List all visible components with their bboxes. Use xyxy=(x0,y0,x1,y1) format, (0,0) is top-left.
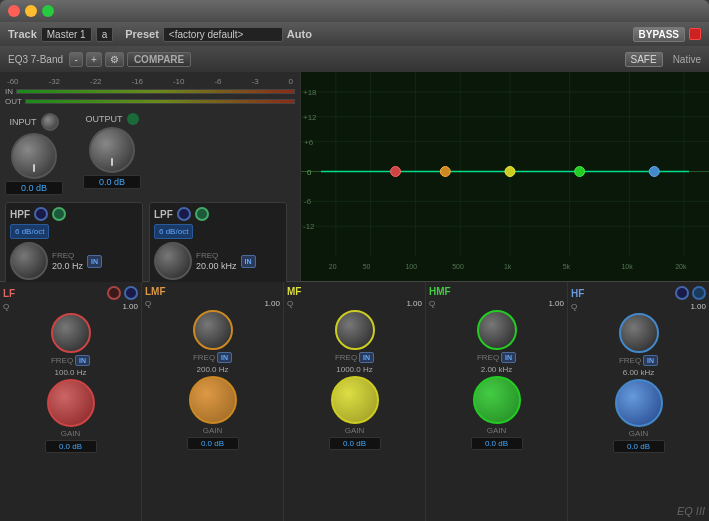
hf-in-btn[interactable]: IN xyxy=(643,355,658,366)
plugin-name: EQ3 7-Band xyxy=(8,54,63,65)
input-control: INPUT 0.0 dB xyxy=(5,113,63,195)
hpf-freq-label: FREQ xyxy=(52,251,83,260)
lmf-gain-knob[interactable] xyxy=(189,376,237,424)
mf-gain-knob[interactable] xyxy=(331,376,379,424)
meter-mark-5: -10 xyxy=(173,77,185,86)
lpf-control: LPF 6 dB/oct FREQ 20.00 kHz IN xyxy=(149,202,287,285)
hpf-in-btn[interactable]: IN xyxy=(87,255,102,268)
mf-freq-label: FREQ xyxy=(335,353,357,362)
top-toolbar: Track Master 1 a Preset <factory default… xyxy=(0,22,709,46)
lf-q-label: Q xyxy=(3,302,9,311)
output-control: OUTPUT 0.0 dB xyxy=(83,113,141,195)
main-content: -60 -32 -22 -16 -10 -6 -3 0 IN OUT xyxy=(0,72,709,521)
lf-name: LF xyxy=(3,288,15,299)
meter-mark-7: -3 xyxy=(251,77,258,86)
lmf-in-btn[interactable]: IN xyxy=(217,352,232,363)
minimize-button[interactable] xyxy=(25,5,37,17)
hf-gain-knob[interactable] xyxy=(615,379,663,427)
hf-btn2[interactable] xyxy=(692,286,706,300)
svg-point-30 xyxy=(440,167,450,177)
band-hmf: HMF Q 1.00 FREQ IN 2.00 kHz GAIN 0.0 dB xyxy=(426,282,568,521)
preset-plus-button[interactable]: + xyxy=(86,52,102,67)
lmf-q-knob[interactable] xyxy=(193,310,233,350)
lpf-knob[interactable] xyxy=(154,242,192,280)
bypass-button[interactable]: BYPASS xyxy=(633,27,685,42)
maximize-button[interactable] xyxy=(42,5,54,17)
lpf-freq-value: 20.00 kHz xyxy=(196,261,237,271)
output-value: 0.0 dB xyxy=(83,175,141,189)
compare-button[interactable]: COMPARE xyxy=(127,52,191,67)
hf-name: HF xyxy=(571,288,584,299)
hmf-gain-knob[interactable] xyxy=(473,376,521,424)
hf-freq-value: 6.00 kHz xyxy=(623,368,655,377)
svg-point-33 xyxy=(649,167,659,177)
hpf-name: HPF xyxy=(10,209,30,220)
lf-q-value: 1.00 xyxy=(122,302,138,311)
out-meter-bar xyxy=(25,99,295,104)
band-mf: MF Q 1.00 FREQ IN 1000.0 Hz GAIN 0.0 dB xyxy=(284,282,426,521)
input-main-knob[interactable] xyxy=(11,133,57,179)
output-knob-indicator xyxy=(127,113,139,125)
svg-text:+12: +12 xyxy=(303,113,317,122)
title-bar xyxy=(0,0,709,22)
input-knob-small[interactable] xyxy=(41,113,59,131)
mf-in-btn[interactable]: IN xyxy=(359,352,374,363)
svg-text:-6: -6 xyxy=(304,197,312,206)
native-label: Native xyxy=(673,54,701,65)
input-label: INPUT xyxy=(10,117,37,127)
hmf-q-knob[interactable] xyxy=(477,310,517,350)
mf-q-knob[interactable] xyxy=(335,310,375,350)
hpf-active-btn[interactable] xyxy=(52,207,66,221)
lmf-gain-value: 0.0 dB xyxy=(187,437,239,450)
track-id: a xyxy=(96,27,114,42)
svg-text:5k: 5k xyxy=(563,263,571,270)
meter-mark-3: -22 xyxy=(90,77,102,86)
hf-btn1[interactable] xyxy=(675,286,689,300)
hmf-gain-label: GAIN xyxy=(487,426,507,435)
hpf-knob[interactable] xyxy=(10,242,48,280)
lf-btn1[interactable] xyxy=(107,286,121,300)
output-main-knob[interactable] xyxy=(89,127,135,173)
safe-button[interactable]: SAFE xyxy=(625,52,663,67)
input-value: 0.0 dB xyxy=(5,181,63,195)
in-label: IN xyxy=(5,87,13,96)
mf-name: MF xyxy=(287,286,301,297)
in-meter-bar xyxy=(16,89,295,94)
lpf-name: LPF xyxy=(154,209,173,220)
close-button[interactable] xyxy=(8,5,20,17)
lf-freq-value: 100.0 Hz xyxy=(54,368,86,377)
svg-text:+18: +18 xyxy=(303,88,317,97)
lf-q-knob[interactable] xyxy=(51,313,91,353)
lf-gain-knob[interactable] xyxy=(47,379,95,427)
lf-in-btn[interactable]: IN xyxy=(75,355,90,366)
second-toolbar: EQ3 7-Band - + ⚙ COMPARE SAFE Native xyxy=(0,46,709,72)
lf-btn2[interactable] xyxy=(124,286,138,300)
preset-settings-button[interactable]: ⚙ xyxy=(105,52,124,67)
hpf-control: HPF 6 dB/oct FREQ 20.0 Hz IN xyxy=(5,202,143,285)
hmf-freq-label: FREQ xyxy=(477,353,499,362)
svg-text:50: 50 xyxy=(363,263,371,270)
hpf-power-btn[interactable] xyxy=(34,207,48,221)
eq-graph[interactable]: +18 +12 +6 0 -6 -12 20 50 100 500 1k 5k … xyxy=(300,72,709,281)
hf-q-knob[interactable] xyxy=(619,313,659,353)
hpf-slope-btn[interactable]: 6 dB/oct xyxy=(10,224,49,239)
hmf-q-value: 1.00 xyxy=(548,299,564,308)
preset-dropdown[interactable]: <factory default> xyxy=(163,27,283,42)
bands-section: LF Q 1.00 FREQ IN 100.0 Hz GAIN 0.0 dB xyxy=(0,282,709,521)
hpf-freq-value: 20.0 Hz xyxy=(52,261,83,271)
svg-point-31 xyxy=(505,167,515,177)
svg-text:+6: +6 xyxy=(304,138,314,147)
hf-gain-label: GAIN xyxy=(629,429,649,438)
band-lf: LF Q 1.00 FREQ IN 100.0 Hz GAIN 0.0 dB xyxy=(0,282,142,521)
lpf-slope-btn[interactable]: 6 dB/oct xyxy=(154,224,193,239)
hf-freq-label: FREQ xyxy=(619,356,641,365)
track-label: Track xyxy=(8,28,37,40)
svg-text:1k: 1k xyxy=(504,263,512,270)
lpf-in-btn[interactable]: IN xyxy=(241,255,256,268)
preset-minus-button[interactable]: - xyxy=(69,52,83,67)
mf-freq-value: 1000.0 Hz xyxy=(336,365,372,374)
lmf-q-label: Q xyxy=(145,299,151,308)
lpf-active-btn[interactable] xyxy=(195,207,209,221)
hmf-in-btn[interactable]: IN xyxy=(501,352,516,363)
lpf-power-btn[interactable] xyxy=(177,207,191,221)
